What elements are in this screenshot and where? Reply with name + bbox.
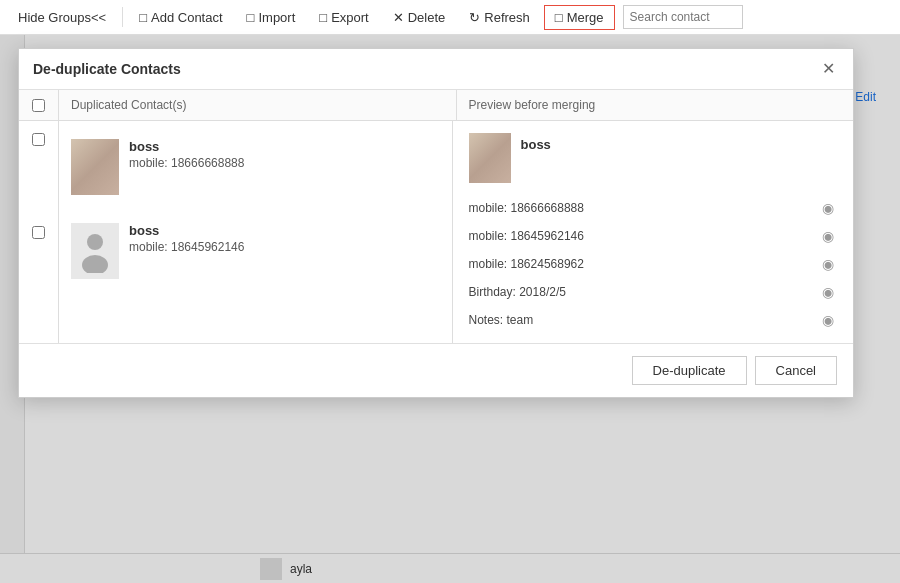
preview-contact: boss bbox=[469, 133, 838, 183]
search-box[interactable] bbox=[623, 5, 743, 29]
contact-1-info: boss mobile: 18666668888 bbox=[129, 139, 244, 170]
preview-field-3-text: Birthday: 2018/2/5 bbox=[469, 285, 566, 299]
preview-panel: boss mobile: 18666668888 ◉ mobile: 18645… bbox=[453, 121, 854, 343]
header-preview: Preview before merging bbox=[457, 90, 854, 120]
plus-icon: □ bbox=[139, 10, 147, 25]
contact-2-name: boss bbox=[129, 223, 244, 238]
contact-2-avatar bbox=[71, 223, 119, 279]
delete-button[interactable]: ✕ Delete bbox=[383, 6, 456, 29]
preview-field-2: mobile: 18624568962 ◉ bbox=[469, 253, 838, 275]
dedup-dialog: De-duplicate Contacts ✕ Duplicated Conta… bbox=[18, 48, 854, 398]
merge-icon: □ bbox=[555, 10, 563, 25]
remove-field-4-button[interactable]: ◉ bbox=[819, 311, 837, 329]
svg-point-1 bbox=[82, 255, 108, 273]
checkbox-panel bbox=[19, 121, 59, 343]
dialog-title: De-duplicate Contacts bbox=[33, 61, 181, 77]
dialog-close-button[interactable]: ✕ bbox=[818, 59, 839, 79]
search-input[interactable] bbox=[630, 10, 730, 24]
table-rows: boss mobile: 18666668888 boss bbox=[19, 121, 853, 343]
preview-field-2-text: mobile: 18624568962 bbox=[469, 257, 584, 271]
dialog-footer: De-duplicate Cancel bbox=[19, 343, 853, 397]
preview-name: boss bbox=[521, 133, 551, 152]
contact-item-2: boss mobile: 18645962146 bbox=[71, 217, 440, 285]
svg-point-0 bbox=[87, 234, 103, 250]
remove-field-0-button[interactable]: ◉ bbox=[819, 199, 837, 217]
separator-1 bbox=[122, 7, 123, 27]
select-all-checkbox[interactable] bbox=[32, 99, 45, 112]
preview-field-3: Birthday: 2018/2/5 ◉ bbox=[469, 281, 838, 303]
hide-groups-label: Hide Groups<< bbox=[18, 10, 106, 25]
preview-field-1: mobile: 18645962146 ◉ bbox=[469, 225, 838, 247]
remove-field-3-button[interactable]: ◉ bbox=[819, 283, 837, 301]
preview-field-4: Notes: team ◉ bbox=[469, 309, 838, 331]
contact-2-checkbox[interactable] bbox=[32, 226, 45, 239]
add-contact-button[interactable]: □ Add Contact bbox=[129, 6, 232, 29]
header-duplicated: Duplicated Contact(s) bbox=[59, 90, 457, 120]
dialog-body: Duplicated Contact(s) Preview before mer… bbox=[19, 90, 853, 343]
contact-item-1: boss mobile: 18666668888 bbox=[71, 133, 440, 201]
contact-2-detail: mobile: 18645962146 bbox=[129, 240, 244, 254]
contact-1-avatar bbox=[71, 139, 119, 195]
toolbar: Hide Groups<< □ Add Contact □ Import □ E… bbox=[0, 0, 900, 35]
refresh-icon: ↻ bbox=[469, 10, 480, 25]
hide-groups-button[interactable]: Hide Groups<< bbox=[8, 6, 116, 29]
header-check-col bbox=[19, 90, 59, 120]
remove-field-1-button[interactable]: ◉ bbox=[819, 227, 837, 245]
preview-avatar bbox=[469, 133, 511, 183]
export-button[interactable]: □ Export bbox=[309, 6, 378, 29]
import-icon: □ bbox=[247, 10, 255, 25]
import-button[interactable]: □ Import bbox=[237, 6, 306, 29]
contact-1-checkbox[interactable] bbox=[32, 133, 45, 146]
contact-1-name: boss bbox=[129, 139, 244, 154]
contacts-panel: boss mobile: 18666668888 boss bbox=[59, 121, 453, 343]
default-avatar-icon bbox=[79, 229, 111, 273]
preview-field-0: mobile: 18666668888 ◉ bbox=[469, 197, 838, 219]
dedup-button[interactable]: De-duplicate bbox=[632, 356, 747, 385]
remove-field-2-button[interactable]: ◉ bbox=[819, 255, 837, 273]
table-header: Duplicated Contact(s) Preview before mer… bbox=[19, 90, 853, 121]
cancel-button[interactable]: Cancel bbox=[755, 356, 837, 385]
contact-1-detail: mobile: 18666668888 bbox=[129, 156, 244, 170]
refresh-button[interactable]: ↻ Refresh bbox=[459, 6, 540, 29]
merge-button[interactable]: □ Merge bbox=[544, 5, 615, 30]
dialog-header: De-duplicate Contacts ✕ bbox=[19, 49, 853, 90]
delete-icon: ✕ bbox=[393, 10, 404, 25]
preview-field-0-text: mobile: 18666668888 bbox=[469, 201, 584, 215]
preview-field-1-text: mobile: 18645962146 bbox=[469, 229, 584, 243]
contact-2-info: boss mobile: 18645962146 bbox=[129, 223, 244, 254]
preview-field-4-text: Notes: team bbox=[469, 313, 534, 327]
export-icon: □ bbox=[319, 10, 327, 25]
